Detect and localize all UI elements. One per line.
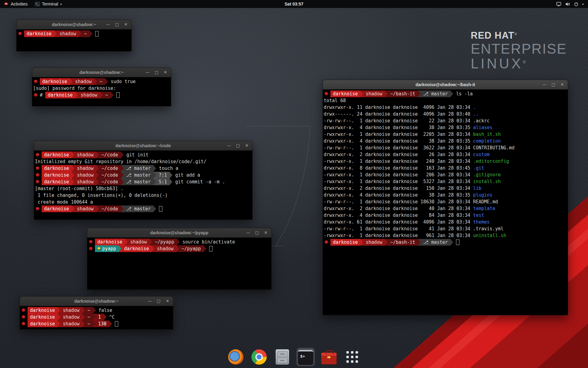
minimize-button[interactable]: — [148, 297, 152, 306]
powerline-arrow-icon [93, 314, 96, 320]
terminal-content[interactable]: darknoiseshadow~falsedarknoiseshadow~1^C… [20, 306, 173, 328]
terminal-window-w5[interactable]: darknoise@shadow:~—□✕darknoiseshadow~fal… [20, 296, 173, 330]
powerline-arrow-icon [75, 92, 78, 98]
close-button[interactable]: ✕ [245, 141, 249, 150]
terminal-output-line: create mode 100644 a [35, 199, 251, 205]
prompt-segment-git: ⎇ master [421, 239, 450, 246]
output-text: 1 file changed, 0 insertions(+), 0 delet… [35, 193, 168, 198]
output-text: -rw-rw-r--. 1 darknoise darknoise 3622 J… [324, 145, 473, 151]
volume-icon[interactable] [565, 2, 570, 6]
powerline-arrow-icon [96, 165, 99, 172]
terminal-output-line: -rwxrwxr-x. 1 darknoise darknoise 206 Ja… [324, 171, 567, 178]
dock-item-firefox[interactable] [227, 348, 245, 366]
output-text: .travis.yml [473, 226, 503, 232]
output-text: drwxrwxr-x. 2 darknoise darknoise 150 Ja… [324, 186, 473, 191]
terminal-window-w6[interactable]: darknoise@shadow:~/bash-it—□✕darknoisesh… [322, 80, 568, 315]
close-button[interactable]: ✕ [264, 228, 268, 237]
window-titlebar[interactable]: darknoise@shadow:~/pyapp—□✕ [87, 228, 271, 238]
powerline-arrow-icon [418, 90, 421, 97]
activities-button[interactable]: Activities [0, 0, 31, 8]
dock-item-toolbox[interactable] [320, 348, 338, 366]
powerline-arrow-icon [360, 239, 363, 246]
powerline-arrow-icon [169, 178, 172, 185]
filename-dir: .git [473, 165, 484, 171]
output-text: -rw-rw-r--. 1 darknoise darknoise 18630 … [324, 199, 473, 205]
terminal-content[interactable]: darknoiseshadow~ [17, 29, 131, 38]
typed-command: sudo true [111, 78, 136, 85]
powerline-arrow-icon [450, 90, 453, 97]
close-button[interactable]: ✕ [560, 80, 564, 89]
filename-dir: themes [473, 219, 490, 225]
terminal-output-line: drwxrwxr-x. 2 darknoise darknoise 26 Jan… [324, 151, 567, 158]
powerline-arrow-icon [71, 178, 74, 185]
prompt-segment-git: ⎇ master [124, 165, 153, 172]
prompt-segment-path: ~/code [99, 165, 120, 172]
close-button[interactable]: ✕ [163, 68, 168, 77]
maximize-button[interactable]: □ [115, 20, 119, 29]
app-menu-terminal[interactable]: >_ Terminal ▾ [31, 0, 66, 8]
terminal-content[interactable]: darknoiseshadow~/bash-it⎇ masterls -lato… [323, 90, 568, 247]
terminal-window-w1[interactable]: darknoise@shadow:~—□✕darknoiseshadow~ [16, 20, 132, 52]
filename-dir: .. [473, 111, 479, 117]
prompt-segment-user: darknoise [28, 314, 57, 320]
prompt-segment-user: darknoise [42, 178, 71, 185]
display-icon[interactable] [556, 2, 561, 6]
grid-dot [356, 351, 358, 354]
power-icon[interactable] [574, 2, 579, 6]
terminal-cursor [159, 206, 162, 212]
prompt-segment-exit: 1 [96, 314, 104, 320]
output-text: drwxrwxr-x. 8 darknoise darknoise 163 Ja… [324, 165, 473, 171]
terminal-window-w4[interactable]: darknoise@shadow:~/pyapp—□✕darknoiseshad… [87, 228, 272, 290]
redhat-logo-icon [4, 2, 9, 7]
window-titlebar[interactable]: darknoise@shadow:~—□✕ [17, 20, 131, 29]
dock-item-chrome[interactable] [250, 348, 268, 366]
prompt-segment-path: ~ [85, 314, 92, 320]
window-controls: —□✕ [227, 141, 252, 150]
minimize-button[interactable]: — [145, 68, 150, 77]
prompt-segment-user: darknoise [24, 30, 54, 37]
maximize-button[interactable]: □ [236, 141, 240, 150]
window-titlebar[interactable]: darknoise@shadow:~—□✕ [32, 68, 171, 77]
minimize-button[interactable]: — [246, 228, 250, 237]
powerline-arrow-icon [82, 320, 85, 327]
maximize-button[interactable]: □ [551, 80, 556, 89]
powerline-arrow-icon [203, 245, 206, 252]
minimize-button[interactable]: — [227, 141, 231, 150]
powerline-arrow-icon [177, 239, 180, 245]
branding-linux: LINUX® [471, 56, 567, 71]
window-titlebar[interactable]: darknoise@shadow:~/bash-it—□✕ [323, 80, 568, 90]
output-text: drwxrwxr-x. 2 darknoise darknoise 40 Jan… [324, 206, 473, 211]
minimize-button[interactable]: — [106, 20, 110, 29]
terminal-output-line: -rwxrwxr-x. 1 darknoise darknoise 5327 J… [324, 178, 567, 185]
terminal-window-w3[interactable]: darknoise@shadow:~/code—□✕darknoiseshado… [34, 141, 253, 220]
close-button[interactable]: ✕ [124, 20, 128, 29]
window-titlebar[interactable]: darknoise@shadow:~—□✕ [20, 297, 173, 306]
output-text: create mode 100644 a [35, 199, 93, 205]
minimize-button[interactable]: — [542, 80, 547, 89]
terminal-prompt-line: darknoiseshadow~/pyappsource bin/activat… [88, 239, 270, 245]
dock-item-terminal[interactable]: $> [296, 348, 315, 366]
window-controls: —□✕ [246, 228, 271, 237]
close-button[interactable]: ✕ [165, 297, 170, 306]
prompt-segment-path: ~/code [99, 178, 120, 185]
dock-item-files[interactable] [273, 348, 292, 366]
powerline-arrow-icon [70, 78, 73, 85]
clock[interactable]: Sat 03:57 [285, 2, 303, 6]
system-menu-chevron-down-icon[interactable]: ▾ [582, 2, 584, 6]
dock-item-app-grid[interactable] [343, 348, 361, 366]
powerline-arrow-icon [57, 320, 60, 327]
maximize-button[interactable]: □ [154, 68, 159, 77]
powerline-arrow-icon [96, 151, 99, 158]
terminal-content[interactable]: darknoiseshadow~sudo true[sudo] password… [32, 77, 171, 99]
redhat-prompt-icon [18, 32, 22, 35]
powerline-arrow-icon [153, 172, 156, 178]
maximize-button[interactable]: □ [156, 297, 161, 306]
window-titlebar[interactable]: darknoise@shadow:~/code—□✕ [34, 141, 252, 151]
terminal-prompt-line: darknoiseshadow~sudo true [33, 78, 170, 85]
terminal-content[interactable]: darknoiseshadow~/codegit initInitialized… [34, 151, 252, 213]
filename-dir: template [473, 206, 495, 211]
terminal-content[interactable]: darknoiseshadow~/pyappsource bin/activat… [87, 238, 271, 253]
maximize-button[interactable]: □ [255, 228, 259, 237]
redhat-prompt-icon [22, 322, 25, 325]
terminal-window-w2[interactable]: darknoise@shadow:~—□✕darknoiseshadow~sud… [32, 67, 171, 106]
